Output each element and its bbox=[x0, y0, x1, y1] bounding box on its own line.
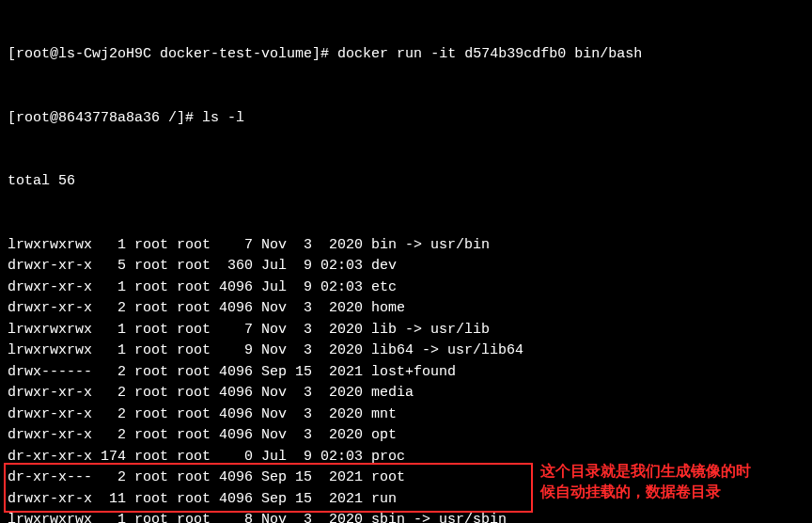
total-line: total 56 bbox=[8, 171, 804, 193]
ls-row: drwxr-xr-x 2 root root 4096 Nov 3 2020 m… bbox=[8, 383, 804, 404]
ls-row: drwx------ 2 root root 4096 Sep 15 2021 … bbox=[8, 362, 804, 384]
command-text: docker run -it d574b39cdfb0 bin/bash bbox=[337, 46, 642, 62]
command-text: ls -l bbox=[202, 110, 244, 126]
ls-row: drwxr-xr-x 5 root root 360 Jul 9 02:03 d… bbox=[8, 256, 804, 277]
ls-row: lrwxrwxrwx 1 root root 8 Nov 3 2020 sbin… bbox=[8, 510, 804, 523]
ls-row: drwxr-xr-x 2 root root 4096 Nov 3 2020 m… bbox=[8, 404, 804, 426]
ls-row: drwxr-xr-x 1 root root 4096 Jul 9 02:03 … bbox=[8, 277, 804, 299]
annotation-text: 这个目录就是我们生成镜像的时 候自动挂载的，数据卷目录 bbox=[540, 461, 751, 501]
prompt-line-1: [root@ls-Cwj2oH9C docker-test-volume]# d… bbox=[8, 44, 804, 66]
terminal-output[interactable]: [root@ls-Cwj2oH9C docker-test-volume]# d… bbox=[0, 0, 812, 523]
ls-row: lrwxrwxrwx 1 root root 7 Nov 3 2020 lib … bbox=[8, 320, 804, 341]
ls-row: drwxr-xr-x 2 root root 4096 Nov 3 2020 o… bbox=[8, 425, 804, 447]
ls-row: drwxr-xr-x 2 root root 4096 Nov 3 2020 h… bbox=[8, 298, 804, 320]
ls-row: lrwxrwxrwx 1 root root 7 Nov 3 2020 bin … bbox=[8, 235, 804, 257]
prompt-line-2: [root@8643778a8a36 /]# ls -l bbox=[8, 108, 804, 130]
ls-row: lrwxrwxrwx 1 root root 9 Nov 3 2020 lib6… bbox=[8, 341, 804, 362]
